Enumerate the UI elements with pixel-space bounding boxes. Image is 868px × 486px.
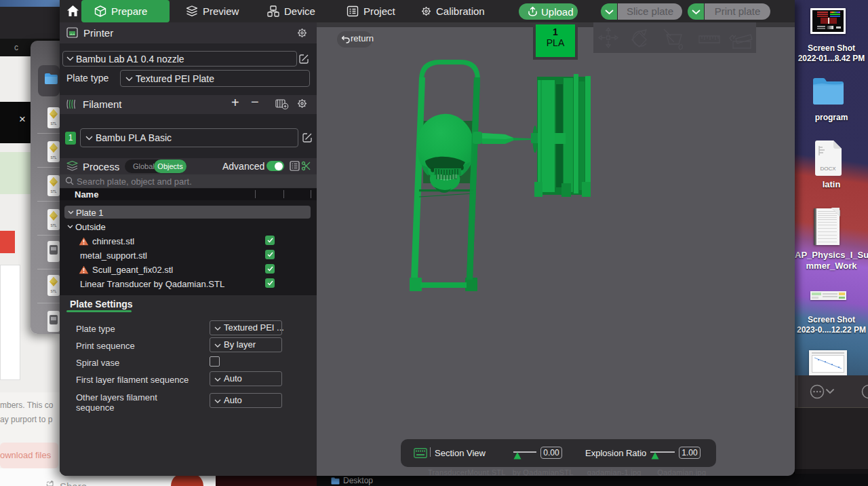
svg-text:DOCX: DOCX: [820, 166, 836, 172]
svg-text:STL: STL: [50, 122, 56, 126]
svg-text:STL: STL: [50, 223, 56, 227]
svg-text:STL: STL: [50, 189, 56, 193]
svg-text:STL: STL: [50, 289, 56, 293]
svg-text:STL: STL: [50, 155, 56, 160]
